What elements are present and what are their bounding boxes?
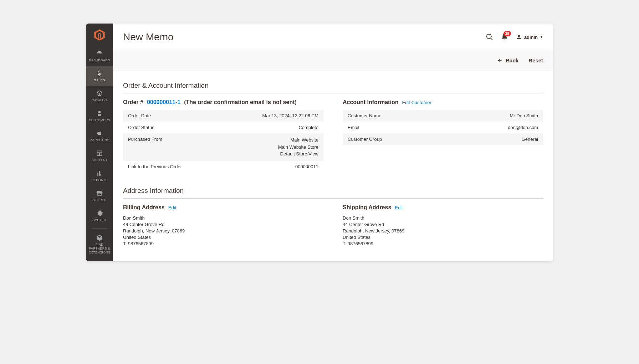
sidebar-item-label: STORES bbox=[87, 198, 112, 202]
user-menu[interactable]: admin ▼ bbox=[516, 34, 543, 40]
account-header: Account Information Edit Customer bbox=[343, 99, 543, 106]
order-number-link[interactable]: 000000011-1 bbox=[147, 99, 180, 106]
user-icon bbox=[516, 34, 522, 40]
shipping-column: Shipping Address Edit Don Smith44 Center… bbox=[343, 204, 543, 247]
address-columns: Billing Address Edit Don Smith44 Center … bbox=[123, 204, 543, 247]
order-account-columns: Order # 000000011-1 (The order confirmat… bbox=[123, 99, 543, 173]
billing-header: Billing Address Edit bbox=[123, 204, 323, 211]
account-info-table: Customer NameMr Don SmithEmaildon@don.co… bbox=[343, 110, 543, 145]
sidebar-item-label: REPORTS bbox=[87, 178, 112, 182]
shipping-header: Shipping Address Edit bbox=[343, 204, 543, 211]
row-value: Complete bbox=[221, 122, 323, 133]
store-icon bbox=[87, 190, 112, 197]
row-value: Main WebsiteMain Website StoreDefault St… bbox=[221, 133, 323, 161]
edit-customer-link[interactable]: Edit Customer bbox=[402, 100, 431, 105]
row-label: Customer Group bbox=[343, 133, 448, 145]
person-icon bbox=[87, 110, 112, 117]
edit-shipping-link[interactable]: Edit bbox=[395, 205, 403, 210]
table-row: Emaildon@don.com bbox=[343, 122, 543, 133]
sidebar-item-catalog[interactable]: CATALOG bbox=[86, 86, 113, 106]
billing-column: Billing Address Edit Don Smith44 Center … bbox=[123, 204, 323, 247]
table-row: Order StatusComplete bbox=[123, 122, 323, 133]
row-label: Customer Name bbox=[343, 110, 448, 122]
table-row: Customer NameMr Don Smith bbox=[343, 110, 543, 122]
row-value[interactable]: 000000011 bbox=[221, 161, 323, 173]
back-label: Back bbox=[506, 57, 518, 63]
sidebar-item-label: SYSTEM bbox=[87, 218, 112, 222]
main-content: New Memo 39 admin ▼ Back bbox=[113, 24, 553, 261]
shipping-address-block: Don Smith44 Center Grove RdRandolph, New… bbox=[343, 215, 543, 247]
sidebar-item-sales[interactable]: SALES bbox=[86, 66, 113, 86]
row-label: Email bbox=[343, 122, 448, 133]
sidebar-item-reports[interactable]: REPORTS bbox=[86, 166, 113, 186]
sidebar-item-system[interactable]: SYSTEM bbox=[86, 206, 113, 226]
sidebar-item-marketing[interactable]: MARKETING bbox=[86, 126, 113, 146]
search-icon bbox=[486, 33, 494, 41]
row-value: General bbox=[448, 133, 543, 145]
sidebar-item-customers[interactable]: CUSTOMERS bbox=[86, 106, 113, 126]
account-info-column: Account Information Edit Customer Custom… bbox=[343, 99, 543, 173]
gauge-icon bbox=[87, 50, 112, 57]
arrow-left-icon bbox=[497, 58, 503, 63]
back-button[interactable]: Back bbox=[497, 57, 518, 63]
sidebar-item-label: SALES bbox=[87, 78, 112, 82]
divider bbox=[92, 228, 107, 229]
sidebar-item-label: FIND PARTNERS & EXTENSIONS bbox=[87, 243, 112, 254]
sidebar-item-label: CATALOG bbox=[87, 98, 112, 102]
user-name-label: admin bbox=[524, 35, 538, 40]
row-label: Link to the Previous Order bbox=[123, 161, 221, 173]
action-bar: Back Reset bbox=[113, 50, 553, 71]
section-address-title: Address Information bbox=[123, 187, 543, 199]
sidebar-item-content[interactable]: CONTENT bbox=[86, 146, 113, 166]
table-row: Order DateMar 13, 2024, 12:22:06 PM bbox=[123, 110, 323, 122]
row-value: Mar 13, 2024, 12:22:06 PM bbox=[221, 110, 323, 122]
search-button[interactable] bbox=[486, 33, 494, 41]
chart-bar-icon bbox=[87, 170, 112, 177]
order-header: Order # 000000011-1 (The order confirmat… bbox=[123, 99, 323, 106]
puzzle-icon bbox=[87, 234, 112, 241]
chevron-down-icon: ▼ bbox=[540, 35, 543, 39]
sidebar-item-label: CUSTOMERS bbox=[87, 118, 112, 122]
page-title: New Memo bbox=[123, 31, 174, 43]
row-label: Purchased From bbox=[123, 133, 221, 161]
app-container: DASHBOARD SALES CATALOG CUSTOMERS MARKET… bbox=[86, 24, 553, 261]
gear-icon bbox=[87, 210, 112, 217]
row-value[interactable]: Mr Don Smith bbox=[448, 110, 543, 122]
content-area: Order & Account Information Order # 0000… bbox=[113, 71, 553, 261]
sidebar: DASHBOARD SALES CATALOG CUSTOMERS MARKET… bbox=[86, 24, 113, 261]
row-label: Order Status bbox=[123, 122, 221, 133]
sidebar-item-label: CONTENT bbox=[87, 158, 112, 162]
section-order-account-title: Order & Account Information bbox=[123, 82, 543, 93]
magento-logo[interactable] bbox=[93, 29, 106, 41]
page-header: New Memo 39 admin ▼ bbox=[113, 24, 553, 50]
table-row: Link to the Previous Order000000011 bbox=[123, 161, 323, 173]
account-info-title: Account Information bbox=[343, 99, 398, 106]
layout-icon bbox=[87, 150, 112, 157]
order-info-column: Order # 000000011-1 (The order confirmat… bbox=[123, 99, 323, 173]
order-info-table: Order DateMar 13, 2024, 12:22:06 PMOrder… bbox=[123, 110, 323, 173]
sidebar-item-dashboard[interactable]: DASHBOARD bbox=[86, 46, 113, 66]
billing-title: Billing Address bbox=[123, 204, 165, 211]
notifications-button[interactable]: 39 bbox=[501, 33, 508, 41]
order-prefix-label: Order # bbox=[123, 99, 143, 106]
dollar-icon bbox=[87, 70, 112, 77]
header-actions: 39 admin ▼ bbox=[486, 33, 543, 41]
sidebar-item-stores[interactable]: STORES bbox=[86, 186, 113, 206]
reset-button[interactable]: Reset bbox=[528, 57, 543, 63]
table-row: Purchased FromMain WebsiteMain Website S… bbox=[123, 133, 323, 161]
order-note-label: (The order confirmation email is not sen… bbox=[184, 99, 297, 106]
row-value[interactable]: don@don.com bbox=[448, 122, 543, 133]
table-row: Customer GroupGeneral bbox=[343, 133, 543, 145]
notification-badge: 39 bbox=[503, 31, 511, 36]
sidebar-item-label: MARKETING bbox=[87, 138, 112, 142]
row-label: Order Date bbox=[123, 110, 221, 122]
sidebar-item-partners[interactable]: FIND PARTNERS & EXTENSIONS bbox=[86, 231, 113, 258]
megaphone-icon bbox=[87, 130, 112, 137]
sidebar-item-label: DASHBOARD bbox=[87, 58, 112, 62]
edit-billing-link[interactable]: Edit bbox=[168, 205, 176, 210]
shipping-title: Shipping Address bbox=[343, 204, 391, 211]
reset-label: Reset bbox=[528, 57, 543, 63]
box-icon bbox=[87, 90, 112, 97]
billing-address-block: Don Smith44 Center Grove RdRandolph, New… bbox=[123, 215, 323, 247]
